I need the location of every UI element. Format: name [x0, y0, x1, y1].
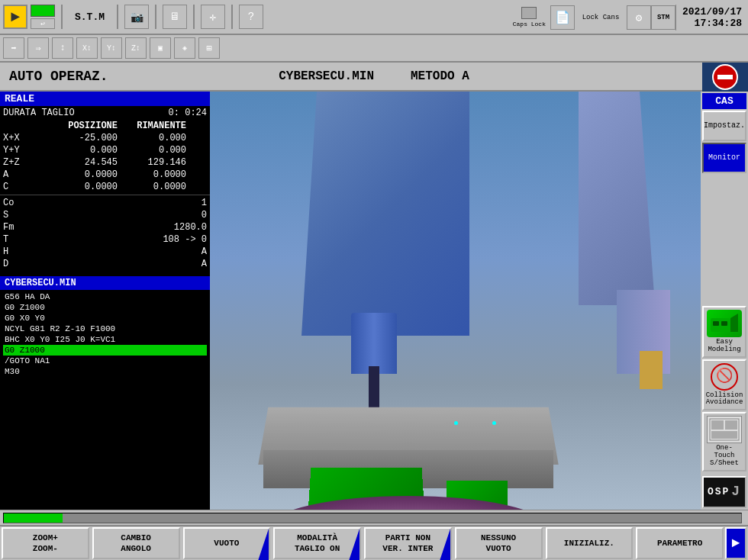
no-entry-area [702, 63, 748, 92]
cambio-angolo-button[interactable]: CAMBIO ANGOLO [92, 527, 180, 559]
empty-col [3, 121, 49, 131]
tb2-icon5[interactable]: Y↕ [101, 37, 122, 59]
right-panel: CAS Impostaz. Monitor EasyModeling [701, 92, 748, 510]
file-name-label: CYBERSECU.MIN [279, 69, 374, 83]
easy-modeling-icon [707, 310, 742, 337]
svg-rect-8 [725, 420, 737, 430]
caps-lock-icon [521, 7, 537, 19]
3d-view [210, 92, 701, 510]
tb2-icon6[interactable]: Z↕ [125, 37, 147, 59]
impostaz-label: Impostaz. [704, 121, 745, 130]
parti-non-button[interactable]: PARTI NON VER. INTER [364, 527, 452, 559]
green-indicator [31, 5, 55, 17]
caps-lock-label: Caps Lock [513, 21, 546, 28]
easy-modeling-button[interactable]: EasyModeling [702, 306, 746, 358]
svg-rect-7 [711, 420, 724, 430]
datetime-block: 2021/09/17 17:34:28 [675, 5, 748, 31]
code-line: BHC X0 Y0 I25 J0 K=VC1 [3, 334, 207, 345]
machine-data-d: D A [0, 258, 210, 270]
svg-rect-5 [721, 321, 727, 326]
top-toolbar: ► ↩ S.T.M 📷 🖥 ✛ ? Caps Lock 📄 Lock Cans … [0, 0, 748, 35]
osp-button[interactable]: OSP J [702, 476, 746, 508]
tb2-icon9[interactable]: ⊞ [198, 37, 220, 59]
vuoto-button[interactable]: VUOTO [183, 527, 271, 559]
reale-header: REALE [0, 92, 210, 106]
file-method-title: CYBERSECU.MIN METODO A [279, 69, 469, 83]
divider-4 [193, 5, 195, 29]
blue-corner-2 [349, 529, 359, 560]
position-marker-2 [492, 421, 496, 425]
monitor-icon[interactable]: 🖥 [163, 5, 187, 29]
cas-label: CAS [702, 93, 746, 109]
monitor-label: Monitor [708, 153, 740, 163]
nessuno-vuoto-button[interactable]: NESSUNO VUOTO [455, 527, 543, 559]
blue-corner-1 [258, 529, 269, 560]
code-line: G0 Z1000 [3, 302, 207, 313]
top-right-info: Caps Lock 📄 Lock Cans ⚙ STM 2021/09/17 1… [513, 0, 748, 35]
camera-icon[interactable]: 📷 [124, 5, 149, 29]
divider-2 [117, 5, 118, 29]
code-line: G56 HA DA [3, 291, 207, 302]
divider-1 [61, 5, 63, 29]
spindle-shaft [369, 366, 379, 412]
tb2-icon1[interactable]: ➡ [3, 37, 24, 59]
progress-bar-fill [4, 513, 63, 523]
duration-label: DURATA TAGLIO [3, 108, 75, 118]
table-row: A 0.0000 0.0000 [0, 169, 210, 181]
progress-bar-container [3, 513, 742, 523]
modalita-button[interactable]: MODALITÀ TAGLIO ON [273, 527, 361, 559]
cambio-label: CAMBIO [121, 533, 151, 543]
code-line: NCYL G81 R2 Z-10 F1000 [3, 323, 207, 334]
vuoto-label: VUOTO [214, 538, 239, 549]
crosshair-icon[interactable]: ✛ [201, 5, 225, 29]
divider-3 [155, 5, 156, 29]
stm-label: S.T.M [75, 11, 105, 23]
monitor-button[interactable]: Monitor [702, 143, 746, 173]
arrow-right-icon: ► [732, 536, 740, 551]
parametro-label: PARAMETRO [657, 538, 702, 549]
table-row: Z+Z 24.545 129.146 [0, 156, 210, 169]
time-display: 17:34:28 [682, 18, 742, 29]
next-page-button[interactable]: ► [725, 527, 746, 559]
spacer [702, 175, 746, 304]
help-icon[interactable]: ? [239, 5, 263, 29]
onetouch-icon [707, 416, 742, 443]
impostaz-button[interactable]: Impostaz. [702, 111, 746, 141]
tb2-icon4[interactable]: X↕ [76, 37, 98, 59]
settings-icon[interactable]: ⚙ [627, 5, 651, 30]
svg-marker-3 [730, 314, 738, 332]
toolbar-left: ► ↩ S.T.M 📷 🖥 ✛ ? [3, 5, 263, 29]
vuoto2-label: VUOTO [486, 543, 511, 554]
machine-data-co: Co 1 [0, 197, 210, 209]
tool-holder-right [640, 351, 663, 389]
file-icon[interactable]: 📄 [550, 5, 575, 30]
spindle-housing [351, 313, 397, 374]
machine-data-t: T 108 -> 0 [0, 233, 210, 246]
onetouch-svg [709, 418, 740, 441]
collision-avoidance-button[interactable]: 🚫 CollisionAvoidance [702, 359, 746, 411]
page-title: AUTO OPERAZ. [9, 69, 108, 84]
nessuno-label: NESSUNO [481, 533, 516, 543]
zoom-minus-label: ZOOM- [33, 543, 58, 554]
blue-corner-3 [440, 529, 450, 560]
zoom-button[interactable]: ZOOM+ ZOOM- [2, 527, 89, 559]
table-row: X+X -25.000 0.000 [0, 132, 210, 144]
divider-5 [231, 5, 233, 29]
tb2-icon3[interactable]: ↕ [52, 37, 73, 59]
onetouch-label: One-TouchS/Sheet [706, 445, 743, 468]
machine-data-h: H A [0, 246, 210, 258]
home-button[interactable]: ► [3, 5, 27, 29]
tb2-icon7[interactable]: ▣ [150, 37, 171, 59]
stm-icon2[interactable]: STM [651, 5, 675, 30]
inizializ-button[interactable]: INIZIALIZ. [546, 527, 634, 559]
tb2-icon8[interactable]: ◈ [174, 37, 195, 59]
bottom-buttons: ZOOM+ ZOOM- CAMBIO ANGOLO VUOTO MODALITÀ… [0, 525, 748, 560]
parametro-button[interactable]: PARAMETRO [636, 527, 724, 559]
ver-inter-label: VER. INTER [382, 543, 433, 554]
modalita-label: MODALITÀ [297, 533, 337, 543]
onetouch-button[interactable]: One-TouchS/Sheet [702, 412, 746, 471]
tb2-icon2[interactable]: ⇒ [27, 37, 49, 59]
taglio-on-label: TAGLIO ON [295, 543, 340, 554]
back-button[interactable]: ↩ [31, 18, 55, 29]
position-table: POSIZIONE RIMANENTE X+X -25.000 0.000 Y+… [0, 120, 210, 193]
